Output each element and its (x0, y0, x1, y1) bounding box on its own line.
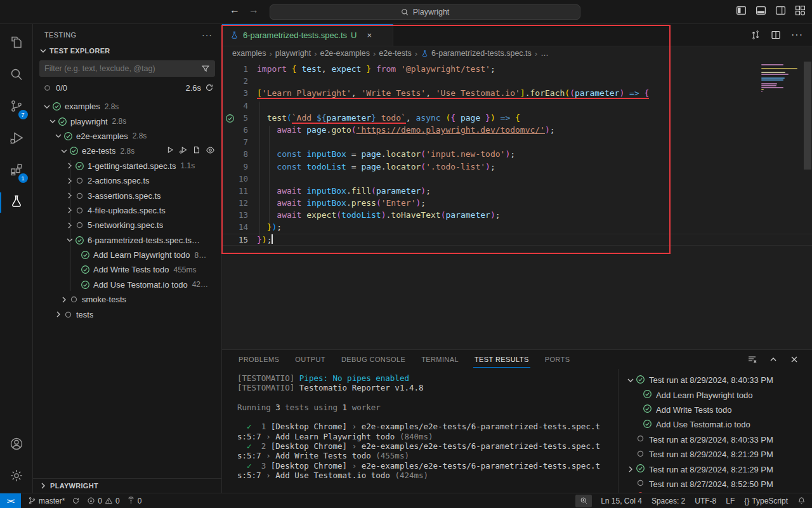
split-editor-icon[interactable] (771, 30, 781, 40)
test-tree-item[interactable]: smoke-tests (33, 292, 221, 307)
test-tree-item[interactable]: 5-networking.spec.ts (33, 218, 221, 232)
filter-icon[interactable] (201, 64, 210, 73)
close-icon[interactable]: × (367, 30, 372, 40)
maximize-panel-icon[interactable] (768, 354, 778, 364)
editor-tab[interactable]: 6-parametrized-tests.spec.ts U × (222, 24, 393, 46)
close-panel-icon[interactable] (789, 354, 799, 364)
refresh-icon[interactable] (205, 83, 214, 92)
code-editor[interactable]: 1import { test, expect } from '@playwrig… (222, 60, 812, 349)
test-run-item[interactable]: Test run at 8/29/2024, 8:21:29 PM (619, 447, 812, 462)
test-tree-item[interactable]: Add Learn Playwright todo8… (33, 248, 221, 262)
test-run-item[interactable]: Test run at 8/29/2024, 8:21:29 PM (619, 462, 812, 476)
code-line[interactable]: 11 await inputBox.fill(parameter); (222, 185, 812, 197)
code-line[interactable]: 2 (222, 75, 812, 87)
problems-status[interactable]: 0 0 (87, 497, 119, 505)
clear-output-icon[interactable] (747, 354, 757, 364)
language-status[interactable]: {} TypeScript (744, 497, 788, 505)
zoom-indicator[interactable] (575, 495, 592, 507)
code-line[interactable]: 13 await expect(todoList).toHaveText(par… (222, 209, 812, 221)
editor-scrollbar[interactable] (803, 60, 812, 349)
panel-tab-debug-console[interactable]: DEBUG CONSOLE (340, 351, 407, 368)
more-actions-icon[interactable]: ··· (202, 30, 213, 40)
code-line[interactable]: 9 const todoList = page.locator('.todo-l… (222, 161, 812, 173)
test-tree-item[interactable]: playwright2.8s (33, 114, 221, 128)
test-filter-input[interactable] (44, 64, 201, 73)
panel-tab-test-results[interactable]: TEST RESULTS (473, 351, 530, 368)
test-tree-item[interactable]: e2e-tests2.8s (33, 144, 221, 158)
test-run-item[interactable]: Add Learn Playwright todo (619, 387, 812, 402)
code-line[interactable]: 14 }); (222, 221, 812, 233)
test-run-item[interactable]: Test run at 8/29/2024, 8:40:33 PM (619, 373, 812, 387)
breadcrumb-item[interactable]: 6-parametrized-tests.spec.ts (421, 49, 532, 58)
panel-tab-output[interactable]: OUTPUT (294, 351, 327, 368)
code-line[interactable]: 5 test(`Add ${parameter} todo`, async ({… (222, 112, 812, 124)
code-line[interactable]: 8 const inputBox = page.locator('input.n… (222, 148, 812, 160)
test-run-item[interactable]: Add Write Tests todo (619, 403, 812, 417)
activity-bar-item-settings[interactable] (0, 461, 33, 493)
watch-test-icon[interactable] (206, 145, 215, 157)
forward-icon[interactable]: → (249, 4, 259, 16)
code-line[interactable]: 4 (222, 100, 812, 112)
toggle-panel-icon[interactable] (756, 5, 766, 16)
compare-changes-icon[interactable] (750, 30, 761, 40)
run-test-icon[interactable] (166, 145, 174, 157)
breadcrumb-item[interactable]: playwright (275, 49, 311, 58)
code-line[interactable]: 15}); (222, 234, 812, 246)
sync-status[interactable] (72, 497, 80, 505)
activity-bar-item-search[interactable] (0, 60, 33, 91)
breadcrumb-item[interactable]: e2e-examples (320, 49, 370, 58)
activity-bar-item-explorer[interactable] (0, 28, 33, 60)
panel-tab-problems[interactable]: PROBLEMS (237, 351, 280, 368)
playwright-section-header[interactable]: PLAYWRIGHT (33, 478, 221, 493)
customize-layout-icon[interactable] (795, 5, 806, 16)
test-run-item[interactable]: Add Use Testomat.io todo (619, 417, 812, 432)
panel-tab-ports[interactable]: PORTS (544, 351, 572, 368)
test-tree-item[interactable]: 3-assertions.spec.ts (33, 188, 221, 203)
test-tree-item[interactable]: 1-getting-started.spec.ts1.1s (33, 159, 221, 173)
code-line[interactable]: 1import { test, expect } from '@playwrig… (222, 63, 812, 75)
breadcrumb-item[interactable]: examples (232, 49, 266, 58)
test-explorer-header[interactable]: TEST EXPLORER (33, 43, 221, 58)
test-run-item[interactable]: Test run at 8/27/2024, 8:52:50 PM (619, 477, 812, 491)
panel-tab-terminal[interactable]: TERMINAL (420, 351, 460, 368)
test-tree-item[interactable]: 2-actions.spec.ts (33, 173, 221, 188)
code-line[interactable]: 10 (222, 173, 812, 185)
test-tree-item[interactable]: e2e-examples2.8s (33, 129, 221, 144)
notifications-bell[interactable] (797, 497, 806, 505)
toggle-sidebar-right-icon[interactable] (775, 5, 786, 16)
test-tree-item[interactable]: 4-file-uploads.spec.ts (33, 203, 221, 218)
code-line[interactable]: 12 await inputBox.press('Enter'); (222, 197, 812, 209)
indentation-status[interactable]: Spaces: 2 (652, 497, 685, 505)
test-results-output[interactable]: [TESTOMATIO] Pipes: No pipes enabled[TES… (222, 369, 619, 493)
code-line[interactable]: 3['Learn Playwright', 'Write Tests', 'Us… (222, 87, 812, 99)
encoding-status[interactable]: UTF-8 (695, 497, 716, 505)
test-tree-item[interactable]: Add Write Tests todo455ms (33, 262, 221, 277)
activity-bar-item-extensions[interactable]: 1 (0, 155, 33, 187)
breadcrumb-item[interactable]: e2e-tests (379, 49, 411, 58)
toggle-sidebar-left-icon[interactable] (736, 5, 747, 16)
activity-bar-item-accounts[interactable] (0, 429, 33, 461)
back-icon[interactable]: ← (230, 4, 240, 16)
code-line[interactable]: 7 (222, 136, 812, 148)
activity-bar-item-testing[interactable] (0, 187, 33, 218)
cursor-position[interactable]: Ln 15, Col 4 (601, 497, 642, 505)
test-run-item[interactable]: Test run at 8/29/2024, 8:40:33 PM (619, 432, 812, 447)
breadcrumb-item[interactable]: … (540, 49, 549, 58)
more-actions-icon[interactable]: ··· (791, 29, 803, 41)
git-branch-status[interactable]: master* (28, 497, 65, 505)
test-tree-item[interactable]: examples2.8s (33, 99, 221, 114)
activity-bar-item-run-debug[interactable] (0, 123, 33, 155)
activity-bar-item-source-control[interactable]: 7 (0, 91, 33, 123)
goto-test-icon[interactable] (192, 145, 201, 157)
code-line[interactable]: 6 await page.goto('https://demo.playwrig… (222, 124, 812, 136)
command-center-search[interactable]: Playwright (270, 4, 580, 20)
remote-indicator[interactable]: >< (0, 493, 21, 508)
ports-status[interactable]: 0 (127, 497, 142, 505)
test-tree-item[interactable]: tests (33, 307, 221, 321)
test-filter-box[interactable] (39, 60, 215, 77)
test-tree-item[interactable]: 6-parametrized-tests.spec.ts… (33, 233, 221, 248)
test-tree-item[interactable]: Add Use Testomat.io todo42… (33, 277, 221, 292)
debug-test-icon[interactable] (179, 145, 188, 157)
eol-status[interactable]: LF (726, 497, 735, 505)
minimap[interactable] (761, 63, 801, 93)
